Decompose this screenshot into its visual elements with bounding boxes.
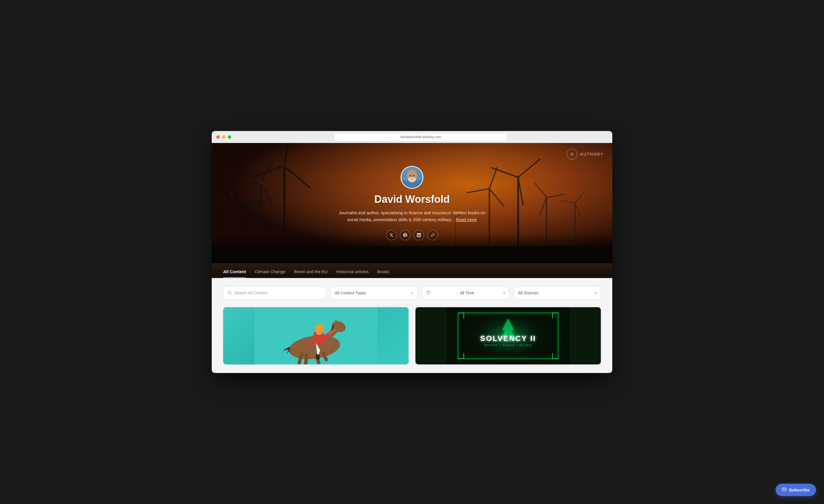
search-placeholder: Search All Content <box>234 291 268 295</box>
svg-point-61 <box>413 175 414 177</box>
time-dropdown[interactable]: All Time ▾ <box>422 287 509 299</box>
polo-illustration <box>223 307 409 365</box>
hero-content: David Worsfold Journalist and author, sp… <box>326 166 498 240</box>
tab-all-content[interactable]: All Content <box>223 269 246 278</box>
browser-chrome: davidworsfold.authory.com <box>212 131 612 143</box>
sources-label: All Sources <box>518 291 538 295</box>
twitter-button[interactable] <box>386 230 397 240</box>
url-text: davidworsfold.authory.com <box>400 135 441 139</box>
content-types-chevron: ▾ <box>411 291 413 295</box>
sources-dropdown[interactable]: All Sources ▾ <box>514 287 601 299</box>
svg-rect-12 <box>284 143 291 166</box>
svg-rect-19 <box>241 198 255 206</box>
avatar <box>401 166 423 189</box>
polo-card[interactable] <box>223 307 409 365</box>
svg-point-62 <box>228 291 231 294</box>
filter-bar: Search All Content All Content Types ▾ A… <box>223 287 601 299</box>
svg-rect-26 <box>517 177 519 260</box>
url-bar[interactable]: davidworsfold.authory.com <box>335 133 506 141</box>
nav-tabs-section: All Content Climate Change Brexit and th… <box>212 263 612 278</box>
svg-rect-6 <box>260 183 261 260</box>
svg-text:Reform • Future • Assets: Reform • Future • Assets <box>484 343 532 347</box>
svg-point-40 <box>574 202 576 204</box>
time-label: All Time <box>460 291 474 295</box>
traffic-light-green[interactable] <box>228 135 231 139</box>
svg-rect-31 <box>546 197 547 260</box>
svg-rect-38 <box>575 203 580 217</box>
svg-rect-33 <box>540 197 547 215</box>
traffic-light-yellow[interactable] <box>222 135 225 139</box>
svg-rect-44 <box>317 220 327 226</box>
hero-section: A AUTHORY <box>212 143 612 263</box>
svg-rect-3 <box>231 194 249 205</box>
svg-point-58 <box>407 169 417 174</box>
facebook-button[interactable] <box>400 230 410 240</box>
svg-rect-4 <box>214 194 232 205</box>
link-button[interactable] <box>427 230 438 240</box>
svg-rect-1 <box>231 195 232 260</box>
svg-point-15 <box>282 164 286 168</box>
linkedin-button[interactable] <box>414 230 424 240</box>
svg-rect-39 <box>561 200 576 203</box>
authory-logo-text: AUTHORY <box>580 152 604 157</box>
svg-rect-52 <box>212 246 612 263</box>
svg-point-79 <box>315 324 324 331</box>
content-grid: SOLVENCY II Reform • Future • Assets <box>223 307 601 365</box>
traffic-light-red[interactable] <box>216 135 220 139</box>
read-more-link[interactable]: Read more <box>455 217 477 222</box>
svg-rect-80 <box>316 355 320 360</box>
tab-climate-change[interactable]: Climate Change <box>254 269 286 278</box>
svg-rect-77 <box>297 354 301 356</box>
svg-rect-63 <box>427 291 430 294</box>
subscribe-icon <box>782 487 787 493</box>
tab-historical[interactable]: Historical articles <box>336 269 369 278</box>
svg-rect-28 <box>518 177 524 206</box>
svg-rect-8 <box>260 183 274 206</box>
content-section: Search All Content All Content Types ▾ A… <box>212 278 612 373</box>
browser-window: davidworsfold.authory.com <box>212 131 612 373</box>
svg-rect-16 <box>254 206 255 260</box>
svg-point-30 <box>516 176 520 179</box>
hero-name: David Worsfold <box>374 193 449 205</box>
subscribe-button[interactable]: Subscribe <box>776 484 816 496</box>
svg-rect-34 <box>534 183 547 198</box>
search-icon <box>227 290 232 296</box>
authory-logo-icon: A <box>566 149 578 160</box>
calendar-icon <box>426 290 431 296</box>
svg-point-35 <box>545 196 548 199</box>
avatar-image <box>401 166 423 189</box>
svg-rect-17 <box>254 198 269 206</box>
solvency-card-image: SOLVENCY II Reform • Future • Assets <box>415 307 601 365</box>
solvency-illustration: SOLVENCY II Reform • Future • Assets <box>415 307 601 365</box>
tab-brexit[interactable]: Brexit and the EU <box>294 269 328 278</box>
svg-rect-37 <box>575 192 585 203</box>
content-types-label: All Content Types <box>335 291 366 295</box>
sources-chevron: ▾ <box>595 291 597 295</box>
tab-books[interactable]: Books <box>377 269 389 278</box>
svg-point-20 <box>253 205 256 207</box>
svg-text:SOLVENCY II: SOLVENCY II <box>480 334 536 343</box>
polo-card-image <box>223 307 409 365</box>
hero-bio: Journalist and author, specialising in f… <box>338 209 486 223</box>
svg-rect-18 <box>254 206 255 222</box>
social-links <box>386 230 438 240</box>
svg-point-5 <box>230 193 233 196</box>
time-chevron: ▾ <box>503 291 505 295</box>
svg-rect-7 <box>260 161 274 183</box>
svg-rect-9 <box>235 183 261 184</box>
svg-rect-32 <box>546 194 565 198</box>
authory-logo[interactable]: A AUTHORY <box>566 149 604 160</box>
svg-point-10 <box>259 181 262 185</box>
svg-point-60 <box>410 175 411 177</box>
solvency-card[interactable]: SOLVENCY II Reform • Future • Assets <box>415 307 601 365</box>
svg-rect-27 <box>518 159 540 178</box>
svg-rect-14 <box>251 165 284 178</box>
subscribe-label: Subscribe <box>789 487 810 492</box>
search-input-wrap[interactable]: Search All Content <box>223 287 326 299</box>
svg-rect-13 <box>284 165 311 189</box>
content-types-dropdown[interactable]: All Content Types ▾ <box>330 287 417 299</box>
svg-rect-2 <box>231 175 232 195</box>
svg-rect-36 <box>575 203 576 260</box>
svg-rect-11 <box>283 166 285 260</box>
